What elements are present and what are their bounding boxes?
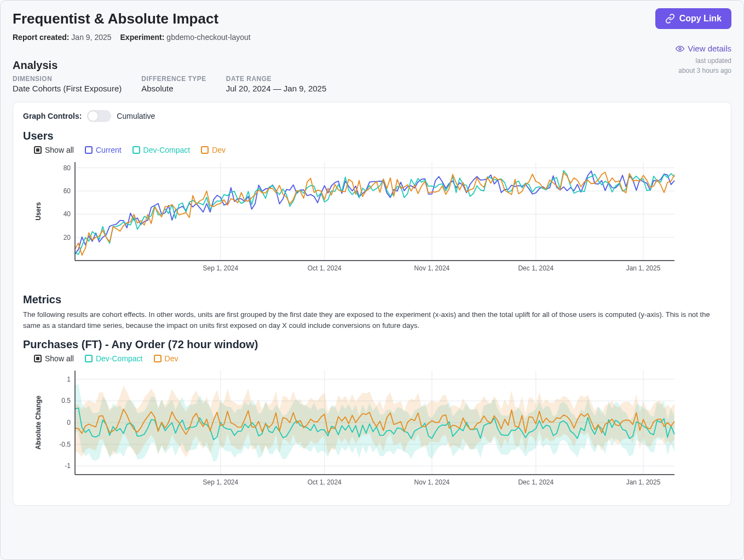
users-chart-title: Users	[23, 130, 721, 142]
eye-icon	[676, 44, 684, 53]
legend-show-all-purchases[interactable]: Show all	[34, 354, 74, 363]
svg-text:Dec 1, 2024: Dec 1, 2024	[518, 478, 553, 486]
cumulative-toggle[interactable]	[87, 110, 111, 122]
svg-text:Oct 1, 2024: Oct 1, 2024	[308, 478, 342, 486]
diff-type-label: DIFFERENCE TYPE	[141, 75, 206, 83]
last-updated-value: about 3 hours ago	[676, 67, 731, 74]
graph-controls-label: Graph Controls:	[23, 112, 82, 120]
svg-point-0	[679, 48, 681, 50]
svg-text:0.5: 0.5	[61, 397, 71, 405]
legend-current[interactable]: Current	[85, 146, 122, 154]
svg-text:Nov 1, 2024: Nov 1, 2024	[414, 264, 450, 272]
svg-text:Sep 1, 2024: Sep 1, 2024	[203, 478, 238, 486]
svg-text:-0.5: -0.5	[59, 441, 71, 448]
svg-text:0: 0	[67, 419, 71, 426]
legend-dev[interactable]: Dev	[201, 146, 226, 154]
checkbox-filled-icon	[34, 355, 42, 362]
legend-dev-2[interactable]: Dev	[154, 354, 178, 363]
purchases-chart-title: Purchases (FT) - Any Order (72 hour wind…	[23, 338, 721, 351]
svg-text:60: 60	[64, 187, 71, 195]
date-range-value: Jul 20, 2024 — Jan 9, 2025	[226, 84, 326, 93]
purchases-chart: -1-0.500.51Sep 1, 2024Oct 1, 2024Nov 1, …	[23, 365, 680, 491]
legend-show-all-users[interactable]: Show all	[34, 146, 74, 154]
svg-text:Jan 1, 2025: Jan 1, 2025	[626, 264, 661, 272]
checkbox-icon	[201, 146, 209, 154]
view-details-link[interactable]: View details	[676, 44, 731, 53]
checkbox-filled-icon	[34, 146, 42, 154]
dimension-label: DIMENSION	[13, 75, 122, 83]
svg-text:Dec 1, 2024: Dec 1, 2024	[518, 264, 553, 272]
svg-text:Sep 1, 2024: Sep 1, 2024	[203, 264, 238, 272]
svg-text:Jan 1, 2025: Jan 1, 2025	[626, 478, 661, 486]
dimension-value: Date Cohorts (First Exposure)	[13, 84, 122, 93]
svg-text:Users: Users	[34, 202, 42, 221]
report-meta-row: Report created: Jan 9, 2025 Experiment: …	[13, 33, 251, 42]
report-created-value: Jan 9, 2025	[71, 33, 111, 42]
svg-text:80: 80	[64, 164, 71, 172]
checkbox-icon	[85, 355, 93, 362]
cumulative-toggle-label: Cumulative	[117, 112, 155, 120]
legend-dev-compact-2[interactable]: Dev-Compact	[85, 354, 143, 363]
svg-text:40: 40	[64, 210, 71, 218]
users-chart: 20406080Sep 1, 2024Oct 1, 2024Nov 1, 202…	[23, 157, 680, 277]
checkbox-icon	[132, 146, 140, 154]
metrics-heading: Metrics	[23, 293, 721, 306]
last-updated-label: last updated	[676, 57, 731, 65]
svg-text:-1: -1	[65, 462, 71, 470]
report-created-label: Report created:	[13, 33, 69, 42]
legend-dev-compact[interactable]: Dev-Compact	[132, 146, 191, 154]
experiment-label: Experiment:	[120, 33, 165, 42]
analysis-heading: Analysis	[13, 59, 326, 72]
diff-type-value: Absolute	[141, 84, 206, 93]
copy-link-label: Copy Link	[679, 14, 722, 24]
checkbox-icon	[154, 355, 162, 362]
svg-text:Oct 1, 2024: Oct 1, 2024	[308, 264, 342, 272]
copy-link-button[interactable]: Copy Link	[655, 8, 731, 29]
checkbox-icon	[85, 146, 93, 154]
svg-text:Absolute Change: Absolute Change	[34, 395, 42, 449]
metrics-description: The following results are cohort effects…	[23, 309, 721, 331]
date-range-label: DATE RANGE	[226, 75, 326, 83]
svg-text:1: 1	[67, 376, 71, 383]
page-title: Frequentist & Absolute Impact	[13, 10, 251, 27]
link-icon	[665, 14, 675, 24]
svg-text:Nov 1, 2024: Nov 1, 2024	[414, 478, 450, 486]
svg-text:20: 20	[64, 234, 71, 241]
experiment-value: gbdemo-checkout-layout	[166, 33, 250, 42]
analysis-panel: Graph Controls: Cumulative Users Show al…	[13, 102, 731, 506]
view-details-label: View details	[688, 44, 731, 53]
